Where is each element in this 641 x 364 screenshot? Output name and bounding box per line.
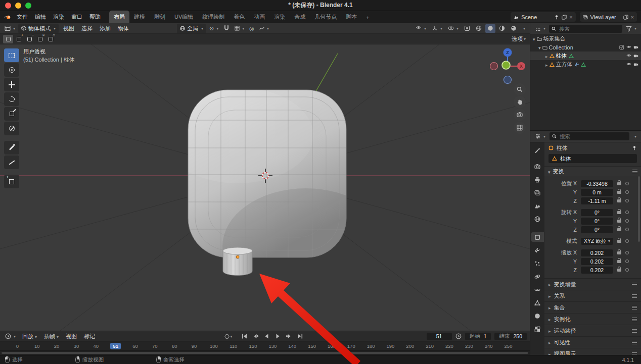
hide-eye-icon[interactable] bbox=[626, 45, 631, 50]
lock-icon[interactable] bbox=[617, 182, 621, 185]
lock-icon[interactable] bbox=[617, 220, 621, 223]
pin-icon[interactable] bbox=[554, 15, 559, 20]
animate-decorator-dot[interactable] bbox=[625, 211, 629, 214]
timeline-tick[interactable]: 60 bbox=[125, 343, 145, 349]
pivot-point-dropdown[interactable]: ⊙ bbox=[207, 24, 220, 33]
timeline-tick[interactable]: 250 bbox=[498, 343, 518, 349]
tool-button[interactable] bbox=[4, 122, 19, 135]
lock-icon[interactable] bbox=[617, 191, 621, 194]
timeline-tick[interactable]: 70 bbox=[145, 343, 165, 349]
transport-button[interactable] bbox=[273, 332, 283, 340]
transform-value-field[interactable]: 0.202 bbox=[581, 267, 613, 274]
properties-section[interactable]: 视图显示 bbox=[544, 348, 641, 355]
topbar-menu-item[interactable]: 编辑 bbox=[31, 12, 50, 22]
select-mode-button[interactable] bbox=[35, 35, 45, 43]
transform-value-field[interactable]: 0.202 bbox=[581, 249, 613, 256]
options-dropdown[interactable]: 选项 bbox=[512, 35, 527, 43]
transport-button[interactable] bbox=[251, 332, 261, 340]
shading-rendered-button[interactable] bbox=[509, 24, 519, 33]
timeline-tick[interactable]: 100 bbox=[204, 343, 223, 349]
gizmo-neg-z-axis[interactable] bbox=[504, 76, 512, 84]
animate-decorator-dot[interactable] bbox=[625, 251, 629, 254]
frame-end-field[interactable]: 结束 250 bbox=[494, 333, 527, 340]
close-window-button[interactable] bbox=[5, 3, 11, 9]
timeline-tick[interactable]: 220 bbox=[440, 343, 460, 349]
properties-options-button[interactable] bbox=[631, 133, 638, 140]
blender-logo-icon[interactable] bbox=[4, 14, 11, 21]
disable-render-icon[interactable] bbox=[633, 54, 638, 59]
properties-search-input[interactable] bbox=[559, 133, 627, 140]
view-layer-selector[interactable]: ViewLayer × bbox=[580, 12, 637, 22]
timeline-menu-item[interactable]: 标记 bbox=[80, 332, 99, 341]
properties-section[interactable]: 变换增量 bbox=[544, 278, 641, 290]
viewport-menu-item[interactable]: 视图 bbox=[60, 24, 78, 33]
snap-toggle-button[interactable] bbox=[221, 24, 232, 32]
camera-view-button[interactable] bbox=[514, 109, 526, 121]
properties-tab[interactable] bbox=[531, 188, 544, 197]
timeline-tick[interactable]: 190 bbox=[381, 343, 400, 349]
transform-orientation-dropdown[interactable]: 全局 bbox=[177, 24, 206, 33]
properties-tab[interactable] bbox=[531, 258, 544, 268]
transport-button[interactable] bbox=[262, 332, 272, 340]
shading-settings-dropdown[interactable] bbox=[520, 25, 527, 32]
select-mode-button[interactable] bbox=[3, 35, 13, 43]
properties-section[interactable]: 运动路径 bbox=[544, 325, 641, 336]
zoom-view-button[interactable] bbox=[514, 83, 526, 95]
gizmo-y-axis[interactable] bbox=[502, 61, 510, 69]
timeline-tick[interactable]: 120 bbox=[243, 343, 263, 349]
hide-eye-icon[interactable] bbox=[626, 54, 631, 59]
lock-icon[interactable] bbox=[617, 251, 621, 254]
timeline-tick[interactable]: 170 bbox=[341, 343, 361, 349]
workspace-tab[interactable]: 布局 bbox=[109, 11, 129, 23]
transform-value-field[interactable]: 0.202 bbox=[581, 258, 613, 265]
lock-icon[interactable] bbox=[617, 269, 621, 272]
properties-tab[interactable] bbox=[531, 232, 544, 242]
zoom-window-button[interactable] bbox=[25, 3, 31, 9]
timeline-tick[interactable]: 230 bbox=[459, 343, 479, 349]
viewport-menu-item[interactable]: 物体 bbox=[114, 24, 132, 33]
tool-button[interactable] bbox=[4, 48, 19, 62]
timeline-tick[interactable]: 130 bbox=[263, 343, 283, 349]
tool-button[interactable] bbox=[4, 141, 19, 154]
workspace-tab[interactable]: 渲染 bbox=[269, 11, 290, 23]
animate-decorator-dot[interactable] bbox=[625, 219, 629, 223]
transport-button[interactable] bbox=[295, 332, 305, 340]
transform-value-field[interactable]: 0° bbox=[581, 226, 613, 233]
pan-view-button[interactable] bbox=[514, 96, 526, 108]
section-grip-icon[interactable] bbox=[632, 306, 637, 309]
disable-render-icon[interactable] bbox=[633, 62, 638, 67]
animate-decorator-dot[interactable] bbox=[625, 228, 629, 231]
select-mode-button[interactable] bbox=[24, 35, 34, 43]
timeline-menu-item[interactable]: 视图 bbox=[62, 332, 80, 341]
tool-button[interactable] bbox=[4, 107, 19, 121]
workspace-tab[interactable]: 着色 bbox=[229, 11, 249, 23]
timeline-tick[interactable]: 40 bbox=[86, 343, 106, 349]
properties-section[interactable]: 实例化 bbox=[544, 313, 641, 325]
timeline-tick[interactable]: 180 bbox=[361, 343, 381, 349]
timeline-tick[interactable]: 90 bbox=[185, 343, 204, 349]
proportional-edit-toggle[interactable]: ◎ bbox=[247, 24, 256, 33]
animate-decorator-dot[interactable] bbox=[625, 239, 629, 243]
timeline-tick[interactable]: 10 bbox=[27, 343, 47, 349]
disable-render-icon[interactable] bbox=[633, 45, 638, 50]
workspace-tab[interactable]: + bbox=[361, 12, 374, 23]
outliner-search[interactable] bbox=[549, 25, 622, 33]
select-mode-button[interactable] bbox=[14, 35, 24, 43]
topbar-menu-item[interactable]: 文件 bbox=[13, 12, 31, 22]
timeline-tick[interactable]: 240 bbox=[479, 343, 498, 349]
current-frame-field[interactable]: 51 bbox=[427, 333, 452, 340]
gizmo-neg-x-axis[interactable] bbox=[490, 63, 498, 70]
properties-section[interactable]: 可见性 bbox=[544, 336, 641, 348]
navigation-gizmo[interactable]: Z X bbox=[486, 46, 529, 87]
properties-tab[interactable] bbox=[531, 298, 544, 307]
checkbox-icon[interactable] bbox=[619, 45, 624, 50]
transport-button[interactable] bbox=[284, 332, 294, 340]
properties-tab[interactable] bbox=[531, 311, 544, 321]
timeline-tick[interactable]: 80 bbox=[165, 343, 185, 349]
workspace-tab[interactable]: 雕刻 bbox=[150, 11, 170, 23]
tool-button[interactable] bbox=[4, 63, 19, 77]
transport-button[interactable] bbox=[240, 332, 250, 340]
toggle-ortho-button[interactable] bbox=[514, 122, 526, 134]
outliner-row-scene-collection[interactable]: 场景集合 bbox=[530, 34, 641, 43]
new-scene-icon[interactable] bbox=[562, 15, 567, 20]
